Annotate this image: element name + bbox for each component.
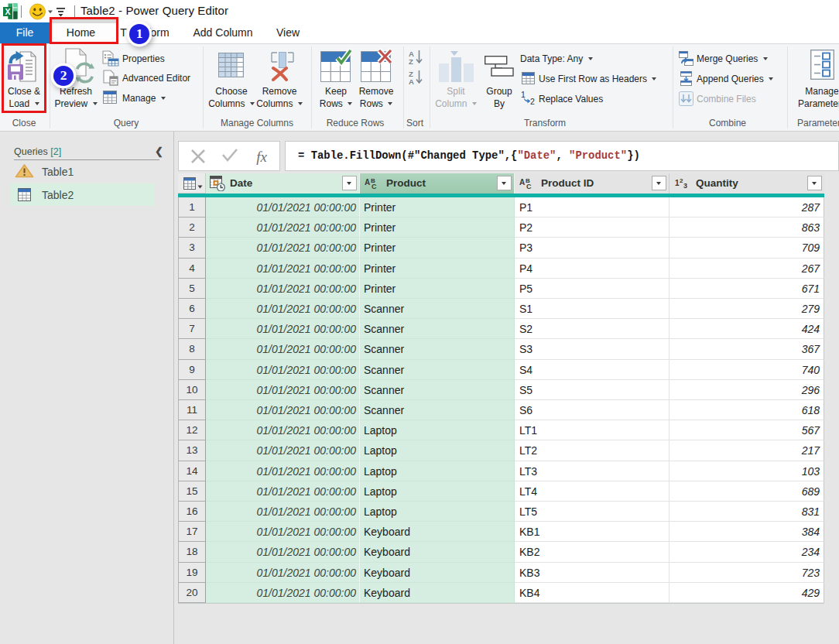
svg-text:C: C [526, 183, 532, 190]
svg-text:A: A [409, 77, 414, 85]
svg-text:Z: Z [409, 57, 413, 66]
svg-text:fx: fx [256, 149, 267, 165]
svg-text:C: C [372, 183, 377, 190]
svg-text:2: 2 [530, 97, 535, 105]
svg-text:A: A [365, 178, 370, 187]
svg-text:3: 3 [683, 182, 687, 190]
svg-text:1: 1 [521, 91, 526, 99]
svg-text:X: X [5, 7, 10, 16]
svg-text:A: A [519, 178, 525, 187]
